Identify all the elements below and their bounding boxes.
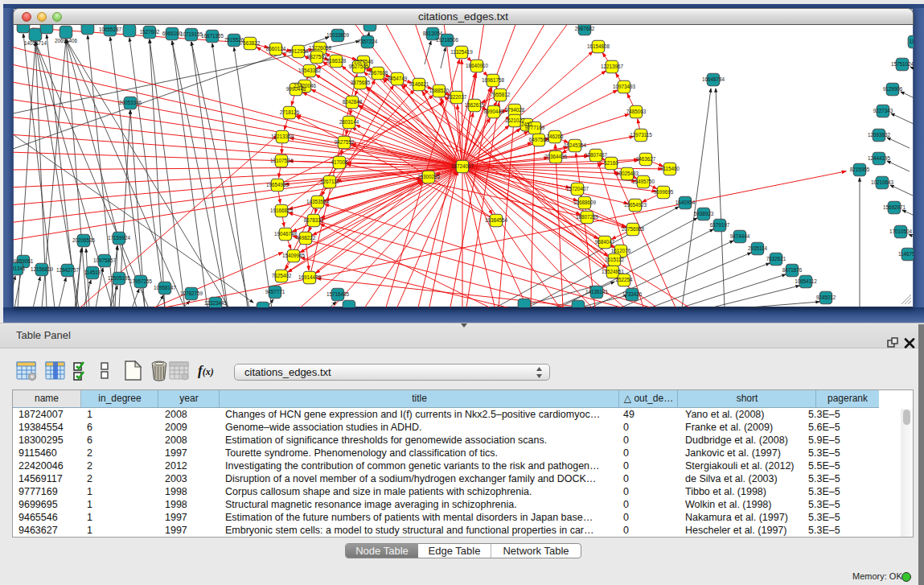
svg-text:16154808: 16154808	[587, 43, 610, 49]
svg-text:7955812: 7955812	[491, 92, 511, 97]
svg-text:19218506: 19218506	[436, 37, 459, 43]
svg-text:252254: 252254	[615, 277, 633, 282]
svg-text:12505195: 12505195	[108, 275, 131, 281]
svg-text:8678332: 8678332	[304, 217, 324, 223]
svg-text:9990448: 9990448	[286, 86, 306, 92]
svg-text:4498222: 4498222	[296, 235, 316, 241]
svg-text:9227343: 9227343	[873, 108, 893, 113]
svg-text:25300295: 25300295	[417, 174, 441, 179]
svg-text:12213369: 12213369	[271, 134, 294, 139]
svg-text:16648784: 16648784	[702, 76, 725, 82]
svg-text:7357224: 7357224	[358, 39, 378, 44]
svg-text:1146753: 1146753	[898, 251, 914, 257]
svg-text:5938923: 5938923	[694, 211, 714, 216]
svg-text:10654112: 10654112	[795, 278, 817, 284]
svg-text:62160: 62160	[604, 160, 618, 166]
svg-text:19384554: 19384554	[485, 217, 508, 223]
svg-text:16671355: 16671355	[201, 33, 224, 39]
svg-text:20206535: 20206535	[72, 237, 96, 243]
svg-text:1612076: 1612076	[611, 248, 631, 253]
svg-text:19046748: 19046748	[274, 231, 298, 237]
svg-text:2967608: 2967608	[368, 70, 388, 76]
svg-text:20364436: 20364436	[544, 154, 568, 159]
svg-text:2803144: 2803144	[339, 119, 359, 125]
svg-text:20756928: 20756928	[622, 226, 645, 232]
svg-text:9684047: 9684047	[595, 239, 615, 245]
svg-text:15495750: 15495750	[632, 179, 655, 184]
svg-text:8660124: 8660124	[266, 46, 286, 51]
svg-text:1117: 1117	[909, 39, 914, 44]
svg-text:10807487: 10807487	[585, 152, 608, 158]
svg-text:9129906: 9129906	[883, 86, 903, 92]
svg-text:12942757: 12942757	[56, 267, 80, 273]
svg-text:7663822: 7663822	[240, 40, 261, 46]
svg-text:7632621: 7632621	[766, 256, 786, 262]
svg-text:10655287: 10655287	[99, 27, 122, 32]
svg-text:8912954: 8912954	[289, 48, 309, 54]
svg-text:1588520: 1588520	[429, 88, 450, 93]
svg-text:417006: 417006	[331, 159, 348, 165]
svg-text:7485063: 7485063	[626, 109, 647, 114]
svg-text:9463627: 9463627	[636, 156, 656, 162]
svg-text:2987682: 2987682	[575, 26, 595, 31]
svg-text:6794028: 6794028	[505, 107, 525, 113]
svg-text:12444195: 12444195	[868, 155, 891, 161]
svg-text:8813054: 8813054	[423, 31, 443, 36]
svg-text:9777169: 9777169	[525, 125, 545, 130]
svg-text:18724007: 18724007	[451, 163, 474, 169]
svg-text:1527602: 1527602	[140, 29, 160, 35]
svg-text:1615112: 1615112	[605, 257, 625, 262]
svg-text:746266: 746266	[546, 134, 564, 139]
svg-text:9115460: 9115460	[660, 166, 680, 171]
svg-text:18640910: 18640910	[466, 63, 489, 68]
svg-text:10025483: 10025483	[616, 171, 639, 176]
svg-text:12093832: 12093832	[868, 132, 891, 138]
svg-text:17957255: 17957255	[129, 278, 153, 284]
svg-text:10975857: 10975857	[93, 257, 117, 263]
svg-text:2718126: 2718126	[280, 109, 300, 115]
svg-text:15409945: 15409945	[282, 253, 306, 258]
svg-text:9699695: 9699695	[654, 189, 674, 195]
svg-text:19654923: 19654923	[624, 202, 647, 208]
svg-text:16961758: 16961758	[482, 77, 505, 83]
svg-text:9427552: 9427552	[335, 139, 355, 145]
svg-text:10688609: 10688609	[573, 200, 597, 205]
svg-text:15751024: 15751024	[891, 61, 914, 67]
svg-text:14136141: 14136141	[585, 289, 609, 295]
svg-text:10543382: 10543382	[298, 68, 322, 73]
svg-text:10973493: 10973493	[613, 84, 636, 89]
svg-text:6497568: 6497568	[529, 137, 549, 142]
svg-text:991341: 991341	[13, 266, 26, 271]
svg-text:19166825: 19166825	[270, 208, 294, 213]
svg-text:15716485: 15716485	[326, 291, 350, 297]
svg-text:9457771: 9457771	[265, 289, 285, 295]
svg-text:1640954: 1640954	[676, 200, 696, 205]
svg-text:13524851: 13524851	[602, 269, 625, 274]
svg-text:9059061: 9059061	[14, 258, 34, 264]
svg-text:10719155: 10719155	[180, 31, 203, 37]
svg-text:10107534: 10107534	[270, 158, 294, 163]
svg-text:14055714: 14055714	[24, 40, 47, 46]
svg-text:8454749: 8454749	[388, 76, 408, 81]
svg-text:9146821: 9146821	[409, 81, 429, 87]
svg-text:20691406: 20691406	[55, 38, 78, 43]
svg-text:2935114: 2935114	[748, 245, 768, 251]
svg-text:17010504: 17010504	[889, 229, 913, 234]
svg-text:10782759: 10782759	[180, 290, 203, 296]
svg-text:12156819: 12156819	[31, 266, 54, 272]
svg-text:15692971: 15692971	[883, 204, 906, 210]
svg-text:8186328: 8186328	[326, 58, 347, 64]
svg-text:14353594: 14353594	[306, 199, 330, 204]
svg-text:9527505: 9527505	[349, 64, 369, 69]
svg-text:3267110: 3267110	[320, 179, 340, 184]
svg-text:10210643: 10210643	[871, 179, 894, 185]
svg-text:12323445: 12323445	[204, 300, 228, 306]
svg-text:9827503: 9827503	[307, 54, 327, 60]
svg-text:17159924: 17159924	[108, 235, 131, 241]
svg-text:1362615: 1362615	[465, 102, 485, 108]
svg-text:8471676: 8471676	[782, 267, 803, 273]
svg-text:8990448: 8990448	[484, 109, 504, 114]
svg-text:11325419: 11325419	[450, 49, 473, 55]
svg-text:12973115: 12973115	[630, 132, 652, 138]
svg-text:9474444: 9474444	[730, 233, 750, 239]
